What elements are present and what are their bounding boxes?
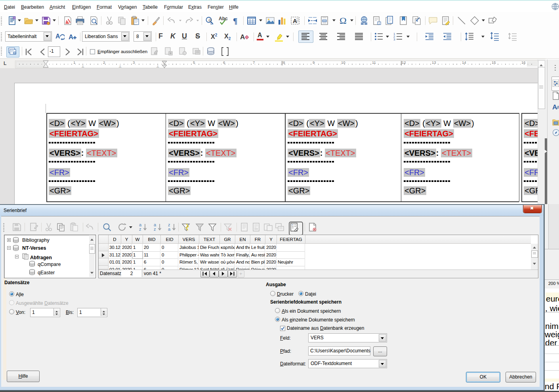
svg-text:A: A: [55, 33, 60, 40]
svg-text:¶: ¶: [233, 16, 237, 25]
svg-text:Abc: Abc: [219, 16, 228, 21]
svg-text:A: A: [69, 33, 73, 41]
svg-text:A: A: [240, 33, 245, 41]
svg-text:z: z: [154, 227, 156, 231]
svg-text:a: a: [168, 227, 171, 231]
svg-text:z: z: [139, 227, 141, 231]
svg-text:d: d: [210, 21, 212, 25]
svg-text:3: 3: [393, 38, 395, 41]
svg-text:1: 1: [378, 22, 380, 25]
svg-text:Ω: Ω: [340, 16, 347, 25]
svg-text:A: A: [556, 105, 559, 111]
